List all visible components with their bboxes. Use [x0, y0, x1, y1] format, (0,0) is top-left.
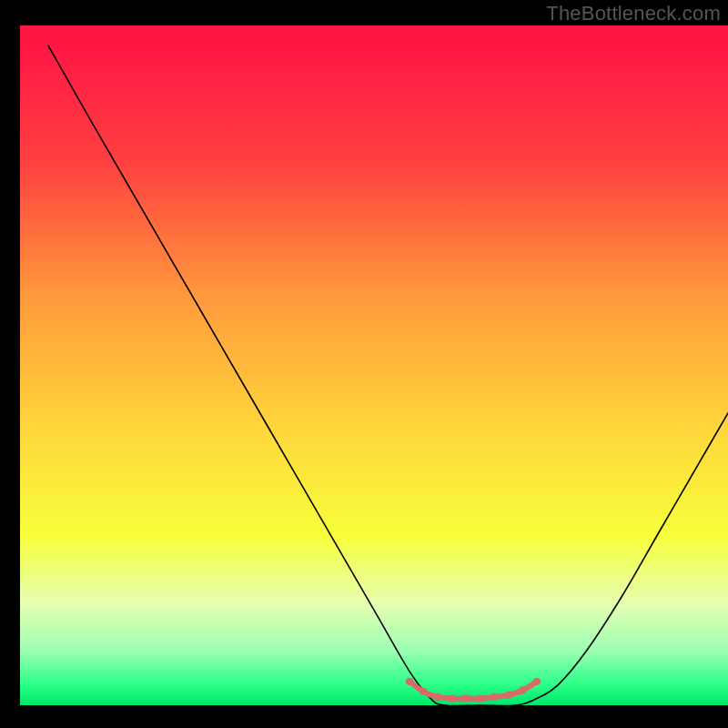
- chart-canvas-wrap: [0, 0, 728, 728]
- marker-dot: [490, 693, 498, 701]
- marker-dot: [406, 678, 413, 685]
- marker-dot: [477, 694, 484, 702]
- marker-dot: [434, 693, 441, 701]
- bottleneck-chart: [0, 0, 728, 728]
- watermark-text: TheBottleneck.com: [546, 2, 721, 25]
- marker-dot: [533, 678, 541, 685]
- marker-dot: [420, 688, 427, 695]
- marker-dot: [519, 686, 526, 693]
- marker-dot: [505, 692, 512, 699]
- marker-dot: [462, 694, 470, 702]
- chart-background: [20, 25, 728, 705]
- marker-dot: [448, 694, 455, 702]
